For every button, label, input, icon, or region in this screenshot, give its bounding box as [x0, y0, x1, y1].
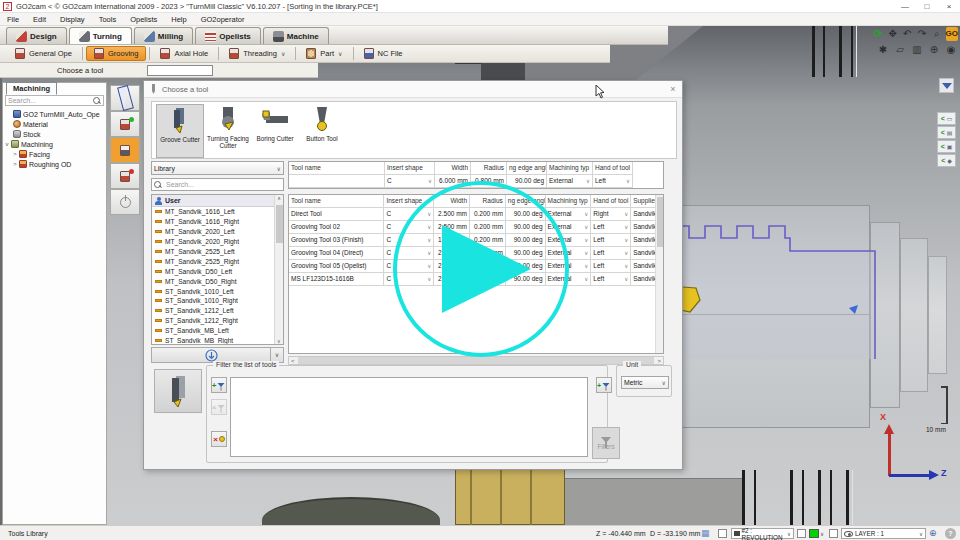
tree-item-stock[interactable]: Stock: [3, 129, 106, 139]
menu-item[interactable]: File: [0, 15, 26, 24]
tool-type-boring-cutter[interactable]: Boring Cutter: [251, 104, 299, 158]
clear-filters-button[interactable]: ×: [211, 431, 227, 447]
eraser-icon[interactable]: ▱: [893, 43, 907, 57]
library-item[interactable]: MT_Sandvik_2525_Left: [152, 247, 274, 257]
general-ope-button[interactable]: General Ope: [8, 46, 79, 61]
maximize-button[interactable]: □: [916, 0, 938, 13]
column-header[interactable]: Tool name: [289, 195, 384, 208]
library-item[interactable]: ST_Sandvik_MB_Left: [152, 326, 274, 336]
choose-tool-input[interactable]: [147, 65, 213, 76]
tab-machine[interactable]: Machine: [263, 27, 329, 44]
tree-item-material[interactable]: Material: [3, 119, 106, 129]
redo-icon[interactable]: ↷: [916, 27, 928, 41]
caret-right-icon[interactable]: >: [11, 151, 19, 157]
scrollbar-thumb[interactable]: [276, 205, 283, 243]
tab-milling[interactable]: Milling: [134, 27, 193, 44]
library-item[interactable]: MT_Sandvik_D50_Left: [152, 266, 274, 276]
go2operator-icon[interactable]: GO: [946, 27, 958, 41]
library-item[interactable]: MT_Sandvik_2020_Left: [152, 227, 274, 237]
scroll-left-icon[interactable]: <: [289, 358, 297, 364]
column-header[interactable]: Insert shape: [385, 162, 435, 175]
tool-off-button[interactable]: [110, 163, 140, 189]
library-scrollbar[interactable]: ∧ ∨: [274, 195, 283, 344]
help-button[interactable]: ?: [945, 528, 956, 539]
apply-filter-button[interactable]: +: [596, 377, 612, 393]
layer-checkbox[interactable]: [829, 529, 838, 538]
library-item[interactable]: ST_Sandvik_1010_Right: [152, 296, 274, 306]
undo-icon[interactable]: ↶: [901, 27, 913, 41]
threading-button[interactable]: Threading∨: [222, 46, 292, 61]
library-item[interactable]: MT_Sandvik_2020_Right: [152, 237, 274, 247]
sync-icon[interactable]: ⟳: [872, 27, 884, 41]
delete-icon[interactable]: ▥: [910, 43, 924, 57]
select-mode-button[interactable]: [110, 85, 140, 111]
dialog-close-icon[interactable]: ×: [664, 84, 682, 94]
column-header[interactable]: Hand of tool: [593, 162, 633, 175]
video-play-icon[interactable]: [442, 225, 531, 313]
library-item[interactable]: MT_Sandvik_1616_Right: [152, 217, 274, 227]
menu-item[interactable]: Opelists: [123, 15, 164, 24]
tab-design[interactable]: Design: [6, 27, 67, 44]
scrollbar-thumb[interactable]: [657, 197, 663, 247]
caret-down-icon[interactable]: v: [3, 141, 11, 147]
menu-item[interactable]: Display: [53, 15, 92, 24]
menu-item[interactable]: Help: [164, 15, 193, 24]
zoom-plus-icon[interactable]: ⊕: [927, 43, 941, 57]
library-item[interactable]: ST_Sandvik_1010_Left: [152, 286, 274, 296]
grid-snap-button[interactable]: ▦: [701, 528, 710, 538]
show-tool-button[interactable]: < ◆: [937, 154, 956, 167]
tree-item-machining[interactable]: vMachining: [3, 139, 106, 149]
tree-search-input[interactable]: Search...: [5, 95, 104, 106]
menu-item[interactable]: GO2operator: [194, 15, 252, 24]
close-button[interactable]: ×: [938, 0, 960, 13]
library-group-user[interactable]: User: [152, 195, 283, 207]
minimize-button[interactable]: —: [894, 0, 916, 13]
layer-select[interactable]: LAYER : 1∨: [841, 528, 926, 539]
unit-select[interactable]: Metric∨: [621, 376, 669, 389]
grooving-button[interactable]: Grooving: [86, 46, 146, 61]
column-header[interactable]: Width: [435, 162, 471, 175]
library-item[interactable]: MT_Sandvik_D50_Right: [152, 276, 274, 286]
visibility-filter-button[interactable]: [939, 78, 954, 93]
axial-hole-button[interactable]: Axial Hole: [153, 46, 215, 61]
nc-file-button[interactable]: NC File: [357, 46, 410, 61]
menu-item[interactable]: Tools: [92, 15, 124, 24]
library-item[interactable]: ST_Sandvik_1212_Left: [152, 306, 274, 316]
color-checkbox[interactable]: [797, 529, 806, 538]
column-header[interactable]: Machining typ: [546, 195, 592, 208]
measure-icon[interactable]: ✱: [876, 43, 890, 57]
tool-table-hscrollbar[interactable]: < >: [288, 356, 664, 365]
plane-checkbox[interactable]: [718, 529, 727, 538]
column-header[interactable]: Machining typ: [547, 162, 593, 175]
library-item[interactable]: ST_Sandvik_1212_Right: [152, 316, 274, 326]
menu-item[interactable]: Edit: [26, 15, 53, 24]
column-header[interactable]: Hand of tool: [591, 195, 631, 208]
show-stock-button[interactable]: < ▭: [937, 112, 956, 125]
plane-select[interactable]: #2 : REVOLUTION∨: [731, 528, 794, 539]
tab-machining-panel[interactable]: Machining: [6, 82, 57, 95]
part-button[interactable]: Part∨: [299, 46, 349, 61]
tab-opelists[interactable]: Opelists: [195, 27, 261, 44]
tool-on-button[interactable]: [110, 111, 140, 137]
color-picker[interactable]: ∨: [809, 529, 824, 538]
column-header[interactable]: ng edge angle: [507, 162, 547, 175]
scroll-right-icon[interactable]: >: [655, 358, 663, 364]
tab-turning[interactable]: Turning: [69, 27, 132, 44]
filters-button[interactable]: Filters: [592, 427, 620, 459]
tool-table-scrollbar[interactable]: [655, 195, 663, 353]
add-filter-button[interactable]: +: [211, 377, 227, 393]
library-item[interactable]: ST_Sandvik_MB_Right: [152, 336, 274, 345]
power-button[interactable]: [110, 189, 140, 215]
show-part-button[interactable]: < ▤: [937, 126, 956, 139]
library-select[interactable]: Library∨: [151, 161, 284, 175]
tree-item-project[interactable]: GO2 TurnMill_Auto_Ope: [3, 109, 106, 119]
library-item[interactable]: MT_Sandvik_1616_Left: [152, 207, 274, 217]
tool-type-turning-facing-cutter[interactable]: Turning Facing Cutter: [204, 104, 252, 158]
visibility-icon[interactable]: ◉: [944, 43, 958, 57]
pan-icon[interactable]: ✥: [887, 27, 899, 41]
tree-item-roughing-od[interactable]: >Roughing OD: [3, 159, 106, 169]
tree-item-facing[interactable]: >Facing: [3, 149, 106, 159]
remove-filter-button[interactable]: ×: [211, 399, 227, 415]
active-filters-list[interactable]: [230, 377, 588, 457]
column-header[interactable]: Radius: [471, 162, 507, 175]
